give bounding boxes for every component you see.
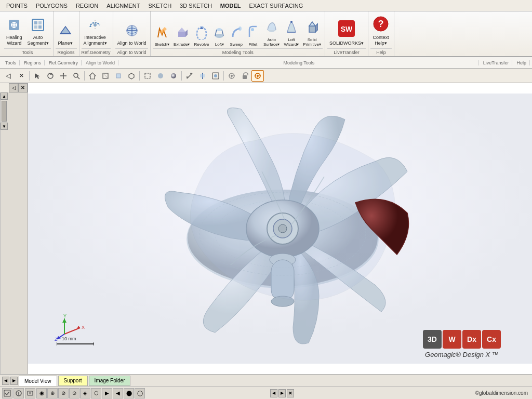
tab-nav-next[interactable]: ▶ bbox=[10, 377, 18, 385]
brand-icons-row: 3D W Dx Cx bbox=[423, 330, 501, 349]
menu-polygons[interactable]: POLYGONS bbox=[32, 2, 72, 10]
brand-name: Geomagic® Design X ™ bbox=[425, 351, 499, 358]
healing-wizard-button[interactable]: HealingWizard bbox=[4, 17, 24, 47]
tab-support[interactable]: Support bbox=[58, 376, 88, 386]
snap-toggle[interactable] bbox=[225, 70, 238, 82]
ribbon-group-align-world: Align to World Align to World bbox=[113, 11, 151, 56]
status-tool-8[interactable]: ◀ bbox=[113, 388, 123, 398]
sub-label-livetransfer: LiveTransfer bbox=[480, 60, 513, 65]
sweep-button[interactable]: Sweep bbox=[228, 24, 244, 47]
loft-wizard-button[interactable]: LoftWizard▾ bbox=[282, 19, 300, 47]
loft-button[interactable]: Loft▾ bbox=[211, 24, 227, 47]
menu-model[interactable]: MODEL bbox=[216, 2, 245, 10]
solidworks-button[interactable]: SW SOLIDWORKS▾ bbox=[327, 18, 366, 47]
tab-image-folder[interactable]: Image Folder bbox=[89, 376, 131, 386]
sub-label-align-world: Align to World bbox=[83, 60, 118, 65]
view-fit[interactable] bbox=[99, 70, 112, 82]
svg-marker-34 bbox=[35, 73, 40, 79]
render-view[interactable] bbox=[167, 70, 180, 82]
panel-close-button[interactable]: ◁ bbox=[9, 83, 18, 92]
auto-segment-button[interactable]: AutoSegment▾ bbox=[25, 17, 51, 47]
status-tool-3[interactable]: ⊘ bbox=[58, 388, 69, 398]
svg-rect-5 bbox=[34, 25, 37, 29]
auto-surface-button[interactable]: AutoSurface▾ bbox=[262, 19, 282, 47]
ribbon-group-label-help: Help bbox=[370, 48, 392, 55]
menu-region[interactable]: REGION bbox=[72, 2, 102, 10]
view-home[interactable] bbox=[86, 70, 99, 82]
menu-3dsketch[interactable]: 3D SKETCH bbox=[176, 2, 216, 10]
tab-nav-prev[interactable]: ◀ bbox=[2, 377, 9, 385]
align-world-button[interactable]: Align to World bbox=[115, 22, 149, 47]
rotate-tool[interactable] bbox=[44, 70, 57, 82]
sub-label-modeling-tools: Modeling Tools bbox=[119, 60, 479, 65]
status-tool-9[interactable]: ⬤ bbox=[124, 388, 134, 398]
panel-close-x[interactable]: ✕ bbox=[15, 70, 28, 82]
menu-alignment[interactable]: ALIGNMENT bbox=[102, 2, 144, 10]
status-nav-1[interactable]: ◀ bbox=[270, 389, 277, 397]
status-tool-1[interactable]: ◉ bbox=[36, 388, 47, 398]
extrude-button[interactable]: Extrude▾ bbox=[172, 24, 192, 47]
svg-line-38 bbox=[77, 77, 79, 79]
status-tool-2[interactable]: ⊕ bbox=[47, 388, 58, 398]
status-tool-10[interactable]: ◯ bbox=[135, 388, 145, 398]
viewport[interactable]: X Y Z 10 mm 3D W Dx Cx Geomagic® Design … bbox=[28, 83, 532, 374]
status-tool-4[interactable]: ⊙ bbox=[69, 388, 79, 398]
branding: 3D W Dx Cx Geomagic® Design X ™ bbox=[423, 330, 501, 358]
left-panel: ◁ ✕ ▲ ▼ bbox=[0, 83, 28, 374]
svg-point-22 bbox=[217, 28, 222, 31]
solidworks-label: SOLIDWORKS▾ bbox=[329, 41, 364, 46]
wireframe-view[interactable] bbox=[141, 70, 154, 82]
fillet-label: Fillet bbox=[248, 42, 257, 47]
scroll-down-button[interactable]: ▼ bbox=[1, 123, 8, 130]
revolve-button[interactable]: Revolve bbox=[193, 24, 211, 47]
tool-strip-sep5 bbox=[223, 71, 224, 81]
ribbon-group-items-modeling: Sketch▾ Extrude▾ bbox=[153, 12, 323, 47]
svg-text:Y: Y bbox=[63, 313, 66, 318]
menu-sketch[interactable]: SKETCH bbox=[144, 2, 176, 10]
svg-text:X: X bbox=[82, 325, 85, 330]
menu-points[interactable]: POINTS bbox=[2, 2, 32, 10]
panel-x-button[interactable]: ✕ bbox=[18, 83, 28, 92]
align-world-label: Align to World bbox=[117, 41, 147, 46]
svg-point-53 bbox=[214, 74, 217, 77]
view-iso[interactable] bbox=[125, 70, 138, 82]
menu-exact-surfacing[interactable]: EXACT SURFACING bbox=[245, 2, 308, 10]
ribbon-group-items-tools: HealingWizard AutoSegment▾ bbox=[4, 12, 51, 47]
display-mode[interactable] bbox=[209, 70, 222, 82]
scroll-up-button[interactable]: ▲ bbox=[1, 92, 8, 100]
ribbon-group-help: ? ContextHelp▾ Help bbox=[368, 11, 394, 56]
pan-tool[interactable] bbox=[57, 70, 70, 82]
status-icon-1[interactable] bbox=[2, 388, 12, 398]
section-tool[interactable] bbox=[196, 70, 209, 82]
status-nav-2[interactable]: ▶ bbox=[278, 389, 286, 397]
status-icon-2[interactable] bbox=[14, 388, 24, 398]
fillet-button[interactable]: Fillet bbox=[245, 24, 261, 47]
panel-pin-button[interactable]: ◁ bbox=[2, 70, 15, 82]
solid-primitive-button[interactable]: SolidPrimitive▾ bbox=[301, 19, 323, 47]
shaded-view[interactable] bbox=[154, 70, 167, 82]
status-icon-3[interactable] bbox=[25, 388, 35, 398]
ribbon-group-label-regions: Regions bbox=[56, 48, 77, 55]
context-help-button[interactable]: ? ContextHelp▾ bbox=[370, 15, 391, 47]
interactive-alignment-button[interactable]: InteractiveAlignment▾ bbox=[82, 17, 109, 47]
status-tool-5[interactable]: ◈ bbox=[80, 388, 90, 398]
brand-dx-icon: Dx bbox=[462, 330, 481, 349]
ribbon-group-label-tools: Tools bbox=[4, 48, 51, 55]
svg-point-55 bbox=[231, 75, 233, 77]
view-front[interactable] bbox=[112, 70, 125, 82]
sketch-button[interactable]: Sketch▾ bbox=[153, 24, 170, 47]
lock-view[interactable] bbox=[238, 70, 251, 82]
tab-model-view[interactable]: Model View bbox=[19, 376, 57, 386]
zoom-tool[interactable] bbox=[70, 70, 83, 82]
plane-button[interactable]: Plane▾ bbox=[56, 22, 75, 47]
measure-tool[interactable] bbox=[183, 70, 196, 82]
status-close[interactable]: ✕ bbox=[287, 389, 294, 397]
vertical-scrollbar[interactable]: ▲ ▼ bbox=[0, 92, 28, 374]
svg-marker-19 bbox=[185, 30, 188, 37]
svg-rect-2 bbox=[32, 19, 44, 31]
status-tool-6[interactable]: ⬡ bbox=[91, 388, 101, 398]
select-tool[interactable] bbox=[31, 70, 44, 82]
status-tool-7[interactable]: ▶ bbox=[102, 388, 112, 398]
scroll-thumb[interactable] bbox=[2, 101, 7, 122]
target-icon[interactable] bbox=[251, 70, 264, 82]
